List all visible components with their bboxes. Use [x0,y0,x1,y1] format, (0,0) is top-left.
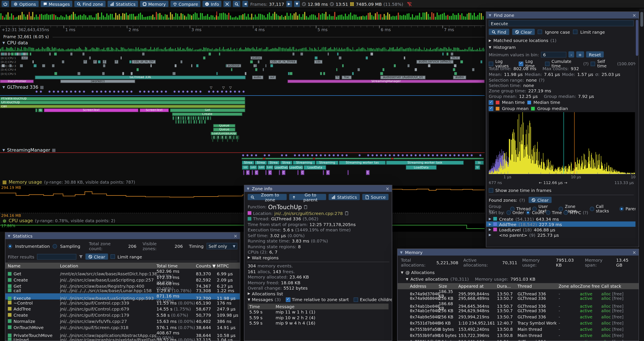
timeline-zone[interactable] [185,116,186,120]
main-scrollbar[interactable] [640,9,644,341]
collapsed-zone-marker[interactable]: ▽ [210,86,212,90]
log-time-checkbox[interactable] [519,61,524,66]
timeline-zone[interactable] [204,120,206,124]
min-bin-input[interactable]: 6 [541,52,566,57]
find-input[interactable]: Execute [489,20,634,26]
timeline-zone[interactable]: Queue [213,124,235,128]
timeline-zone[interactable] [202,116,204,120]
timeline-zone[interactable] [201,120,202,124]
timeline-zone[interactable]: (worker/) [60,80,135,83]
clear-found-button[interactable]: Clear [529,197,552,203]
bin-reset-button[interactable]: Reset [586,51,604,58]
timeline-zone[interactable] [238,136,239,139]
table-row[interactable]: ~Controljni/../jni/src/guif/Control.cpp:… [5,299,240,306]
timeline-zone[interactable]: audiose [226,64,241,67]
timeline-zone[interactable]: E [83,60,87,63]
collapsed-zone-marker[interactable]: ▽ [229,86,232,90]
free-link[interactable]: [free] [612,327,624,331]
timeline-zone[interactable]: ( [225,136,227,139]
allocation-row[interactable]: 0x74a9d37040186.35 KB295,999,844ns13:50.… [410,289,639,295]
timeline-zone[interactable]: StreamingManager [288,80,484,83]
message-row[interactable]: 5.59 smip 11 w 1 h 1 (1) [248,309,388,315]
column-header[interactable]: Appeared at [458,284,497,288]
cpu-plot[interactable] [0,223,484,232]
column-header[interactable]: Counts ▼ [196,263,217,268]
timeline-zone[interactable]: audios [250,56,262,60]
alloc-link[interactable]: alloc [602,296,611,301]
messages-toggle[interactable]: ▼ [248,298,250,301]
free-link[interactable]: [free] [612,339,624,341]
section-cpu-data[interactable]: ▼CPU data [2,40,28,46]
close-icon[interactable]: × [632,249,636,255]
alloc-link[interactable]: alloc [602,315,611,319]
timeline-zone[interactable]: Queue [213,128,235,132]
table-row[interactable]: Get/mnt/e/claw/src/claw/base/AssetDict.h… [5,269,240,275]
timeline-zone[interactable]: LU [242,165,249,170]
message-row[interactable]: 5.59 smip 10 w 2 h 2 (4) [248,315,388,320]
close-icon[interactable]: × [632,13,636,18]
timeline-zone[interactable] [233,136,234,139]
timeline-zone[interactable]: C [282,170,285,175]
timeline-zone[interactable] [223,136,224,139]
table-row[interactable]: OnTouchMovejni/../jni/src/guif/Screen.cp… [5,324,240,330]
active-allocations-toggle[interactable]: ▼Active allocations(70,311) Memory usage… [406,277,635,281]
section-glthread[interactable]: ▼GLThread 336 [2,85,44,90]
bin-minus-button[interactable]: - [568,51,574,58]
free-link[interactable]: [free] [612,333,624,337]
sampling-radio[interactable] [53,244,57,248]
find-zone-titlebar[interactable]: ▼Find zone× [486,12,639,19]
column-header[interactable]: Zone free [580,284,601,288]
section-memory-usage[interactable]: Memory usage (y-range: 30.88 KB, visible… [2,180,135,185]
table-row[interactable]: AddTreejni/../jni/src/guif/Control.cpp:6… [5,306,240,312]
timeline-zone[interactable] [172,116,174,120]
timeline-zone[interactable] [391,158,394,160]
timeline-zone[interactable]: audioserver (AudioOut_D) [380,76,426,79]
log-values-checkbox[interactable] [489,61,493,66]
found-zone-group[interactable]: ▶AddTree(18,542)227.19 ms [486,221,639,227]
timeline-zone[interactable]: C [301,170,304,175]
go-to-parent-button[interactable]: Go to parent [290,194,326,200]
column-header[interactable]: Address [410,284,438,288]
column-header[interactable]: Call stack [602,284,639,288]
timeline-zone[interactable] [252,170,253,175]
allocation-row[interactable]: 0x7531d7b04096 KB1:10 234,952,16112:40.7… [410,320,639,326]
close-icon[interactable]: × [386,186,389,191]
timeline-zone[interactable] [180,116,182,120]
alloc-link[interactable]: alloc [602,327,611,331]
timeline-zone[interactable] [243,170,244,175]
timeline-zone[interactable]: OnTouchUp [0,101,245,105]
timeline-zone[interactable]: cds_ol_rx_thr [132,60,156,63]
allocation-row[interactable]: 0x74ab1be040186.68 KB294,645,364ns13:50.… [410,301,639,308]
table-row[interactable]: calljni/../jni/../../../src/claw/base/Lu… [5,287,240,293]
memory-plot[interactable] [0,186,484,213]
copy-icon[interactable] [344,211,348,215]
clear-button[interactable]: Clear [512,29,535,35]
filter-input[interactable] [37,254,76,259]
timeline-zone[interactable]: audio [453,76,466,79]
timeline-zone[interactable] [198,116,200,120]
instrumentation-radio[interactable] [8,244,12,248]
free-link[interactable]: [free] [612,315,624,319]
timeline-zone[interactable]: TracyProfiler [0,80,34,83]
radio-mtpc[interactable] [564,210,568,215]
timeline-zone[interactable] [199,120,200,124]
collapsed-zone-marker[interactable]: ▽ [222,86,225,90]
find-button[interactable]: Find [489,29,509,35]
column-header[interactable]: Message [276,304,388,309]
timeline-zone[interactable] [265,170,266,175]
timeline-zone[interactable]: E [222,136,223,139]
timeline-zone[interactable] [176,120,177,124]
timeline-zone[interactable] [196,120,197,124]
zoom-to-zone-button[interactable]: Zoom to zone [248,194,287,200]
timeline-zone[interactable] [228,136,228,139]
timeline-zone[interactable]: E [93,60,97,63]
exclude-children-checkbox[interactable] [354,297,358,302]
close-icon[interactable]: × [234,233,238,238]
timing-select[interactable]: Self only▼ [206,243,238,249]
timeline-zone[interactable]: - [236,136,238,139]
expand-icon[interactable]: ▶ [489,228,491,231]
scrollbar-thumb[interactable] [640,12,643,27]
timeline-zone[interactable]: PrivateTouchUp [0,97,245,101]
timeline-zone[interactable] [234,136,235,139]
timeline-zone[interactable]: LoadData [406,165,437,170]
